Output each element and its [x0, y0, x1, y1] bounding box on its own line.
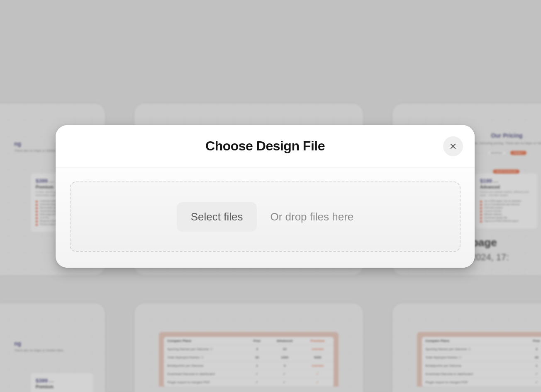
- drop-hint-text: Or drop files here: [270, 211, 353, 223]
- modal-title: Choose Design File: [205, 138, 325, 154]
- choose-design-file-modal: Choose Design File Select files Or drop …: [56, 125, 475, 268]
- close-icon: [449, 143, 457, 150]
- modal-header: Choose Design File: [56, 125, 475, 167]
- select-files-button[interactable]: Select files: [177, 202, 257, 232]
- file-dropzone[interactable]: Select files Or drop files here: [70, 181, 461, 252]
- close-button[interactable]: [443, 136, 463, 156]
- modal-body: Select files Or drop files here: [56, 167, 475, 268]
